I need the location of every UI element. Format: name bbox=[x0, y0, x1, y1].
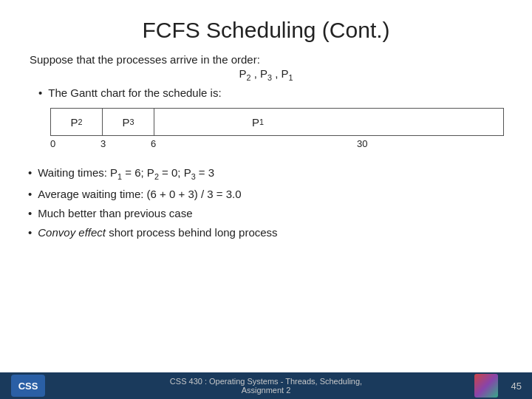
tick-0: 0 bbox=[50, 138, 55, 149]
footer-thumbnail bbox=[474, 374, 498, 398]
bullet-dot-3: • bbox=[28, 205, 32, 221]
footer-logo-text: CSS bbox=[18, 381, 38, 392]
footer-line1: CSS 430 : Operating Systems - Threads, S… bbox=[170, 377, 362, 386]
bullet-item-4: • Convoy effect short process behind lon… bbox=[28, 225, 504, 240]
tick-30: 30 bbox=[357, 138, 367, 149]
footer-center-text: CSS 430 : Operating Systems - Threads, S… bbox=[170, 377, 362, 395]
footer-logo: CSS bbox=[6, 372, 50, 399]
tick-3: 3 bbox=[100, 138, 106, 149]
bullet-dot-4: • bbox=[28, 225, 32, 240]
bullet-item-2: • Average waiting time: (6 + 0 + 3) / 3 … bbox=[28, 186, 504, 202]
bullets-section: • Waiting times: P1 = 6; P2 = 0; P3 = 3 … bbox=[28, 165, 504, 240]
bullet-dot-1: • bbox=[28, 165, 32, 180]
footer: CSS CSS 430 : Operating Systems - Thread… bbox=[0, 372, 532, 399]
gantt-tick-labels: 0 3 6 30 bbox=[50, 138, 504, 151]
gantt-intro-bullet: • The Gantt chart for the schedule is: bbox=[38, 85, 504, 100]
bullet-text-1: Waiting times: P1 = 6; P2 = 0; P3 = 3 bbox=[38, 165, 214, 183]
gantt-cell-p1: P1 bbox=[154, 109, 361, 135]
tick-6: 6 bbox=[151, 138, 156, 149]
bullet-item-1: • Waiting times: P1 = 6; P2 = 0; P3 = 3 bbox=[28, 165, 504, 183]
bullet-dot: • bbox=[38, 85, 42, 100]
footer-logo-box: CSS bbox=[11, 375, 45, 397]
intro-text-line1: Suppose that the processes arrive in the… bbox=[30, 53, 504, 66]
bullet-text-3: Much better than previous case bbox=[38, 205, 192, 221]
process-order: P2 , P3 , P1 bbox=[28, 67, 504, 82]
gantt-cell-p3: P3 bbox=[103, 109, 154, 135]
bullet-dot-2: • bbox=[28, 186, 32, 202]
footer-line2: Assignment 2 bbox=[170, 386, 362, 395]
slide-title: FCFS Scheduling (Cont.) bbox=[28, 18, 504, 43]
gantt-chart: P2 P3 P1 0 3 6 30 bbox=[50, 108, 504, 151]
footer-page-number: 45 bbox=[511, 381, 522, 392]
bullet-text-4: Convoy effect short process behind long … bbox=[38, 225, 277, 240]
gantt-bars: P2 P3 P1 bbox=[50, 108, 504, 136]
bullet-item-3: • Much better than previous case bbox=[28, 205, 504, 221]
slide-container: FCFS Scheduling (Cont.) Suppose that the… bbox=[0, 0, 532, 399]
gantt-header-text: The Gantt chart for the schedule is: bbox=[48, 85, 221, 100]
gantt-cell-p2: P2 bbox=[51, 109, 103, 135]
bullet-text-2: Average waiting time: (6 + 0 + 3) / 3 = … bbox=[38, 186, 241, 202]
